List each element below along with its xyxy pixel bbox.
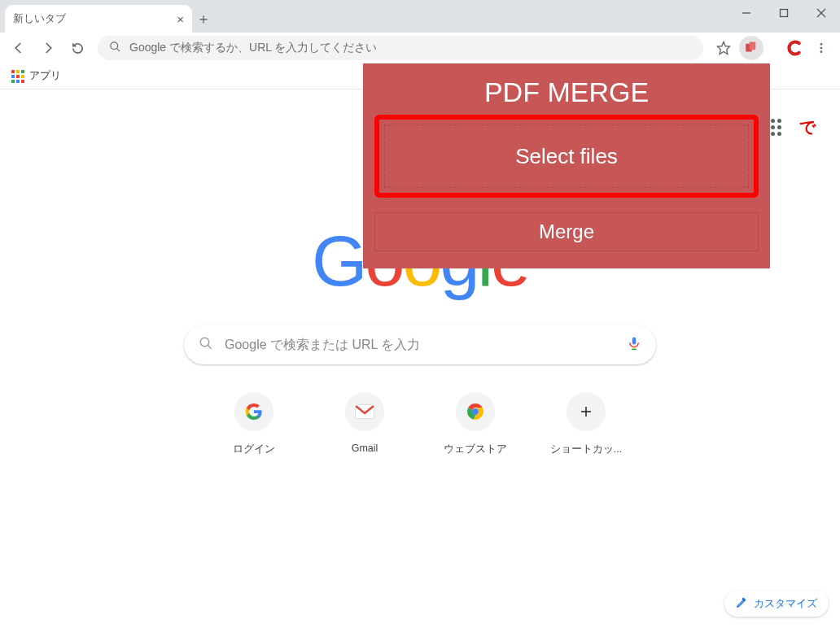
shortcut-label: ショートカッ...: [550, 443, 622, 456]
back-button[interactable]: [5, 34, 33, 62]
search-icon: [199, 336, 213, 354]
omnibox[interactable]: Google で検索するか、URL を入力してください: [98, 36, 703, 60]
apps-grid-icon[interactable]: [11, 70, 24, 83]
browser-menu-button[interactable]: [807, 34, 835, 62]
svg-rect-1: [781, 10, 788, 17]
chrome-webstore-icon: [456, 392, 495, 431]
svg-line-13: [208, 345, 212, 349]
new-tab-button[interactable]: ＋: [192, 5, 215, 33]
svg-point-12: [200, 338, 209, 347]
svg-rect-8: [750, 42, 756, 50]
profile-avatar[interactable]: で: [793, 112, 822, 142]
search-icon: [109, 41, 121, 55]
select-files-highlight: Select files: [374, 115, 759, 198]
shortcut-gmail[interactable]: Gmail: [324, 392, 405, 456]
maximize-button[interactable]: [765, 0, 803, 26]
title-bar: 新しいタブ × ＋: [0, 0, 840, 33]
svg-point-11: [820, 50, 823, 53]
omnibox-placeholder: Google で検索するか、URL を入力してください: [129, 41, 377, 55]
shortcut-label: ウェブストア: [444, 443, 507, 456]
svg-marker-6: [718, 42, 730, 55]
forward-button[interactable]: [34, 34, 62, 62]
browser-tab[interactable]: 新しいタブ ×: [5, 5, 192, 33]
close-tab-icon[interactable]: ×: [177, 12, 184, 26]
tab-title: 新しいタブ: [13, 11, 66, 26]
bookmark-star-button[interactable]: [710, 34, 737, 62]
svg-rect-14: [632, 338, 637, 345]
voice-search-icon[interactable]: [627, 334, 641, 355]
shortcut-webstore[interactable]: ウェブストア: [435, 392, 516, 456]
pdf-merge-popup: PDF MERGE Select files Merge: [363, 63, 770, 268]
shortcuts-row: ログイン Gmail ウェブストア ショートカッ...: [213, 392, 627, 456]
shortcut-label: Gmail: [352, 443, 378, 454]
select-files-label: Select files: [515, 144, 618, 169]
svg-line-5: [116, 48, 120, 51]
extension-c-icon[interactable]: [781, 36, 806, 60]
customize-button[interactable]: カスタマイズ: [724, 591, 829, 617]
top-right-icons: で: [764, 112, 822, 142]
svg-point-4: [111, 42, 118, 50]
window-controls: [728, 0, 840, 26]
shortcut-label: ログイン: [233, 443, 275, 456]
svg-point-10: [820, 47, 823, 50]
minimize-button[interactable]: [728, 0, 765, 26]
shortcut-add[interactable]: ショートカッ...: [545, 392, 627, 456]
svg-point-9: [820, 43, 823, 46]
window-close-button[interactable]: [803, 0, 840, 26]
shortcut-login[interactable]: ログイン: [213, 392, 295, 456]
pencil-icon: [736, 597, 747, 611]
popup-title: PDF MERGE: [363, 63, 770, 111]
google-g-icon: [234, 392, 273, 431]
reload-button[interactable]: [63, 34, 91, 62]
browser-toolbar: Google で検索するか、URL を入力してください: [0, 33, 840, 63]
merge-label: Merge: [539, 220, 594, 243]
apps-label[interactable]: アプリ: [29, 69, 61, 83]
select-files-button[interactable]: Select files: [384, 124, 749, 188]
gmail-icon: [345, 392, 384, 431]
customize-label: カスタマイズ: [754, 596, 817, 611]
merge-button[interactable]: Merge: [374, 212, 759, 251]
plus-icon: [567, 392, 606, 431]
search-box[interactable]: Google で検索または URL を入力: [184, 325, 656, 364]
extension-pdfmerge-icon[interactable]: [739, 36, 763, 60]
search-placeholder: Google で検索または URL を入力: [225, 337, 420, 354]
